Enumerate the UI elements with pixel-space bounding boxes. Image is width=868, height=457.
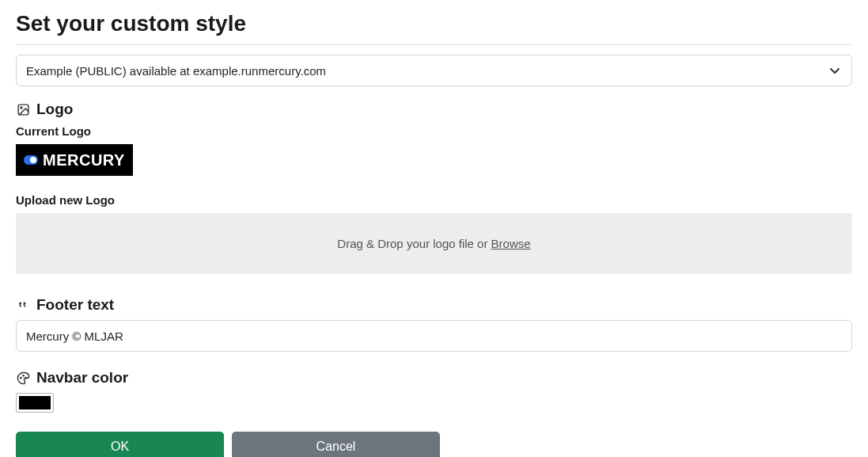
page-title: Set your custom style: [16, 11, 852, 36]
logo-heading: Logo: [36, 101, 73, 118]
quote-icon: [16, 298, 30, 312]
svg-point-1: [20, 106, 21, 108]
footer-heading: Footer text: [36, 296, 114, 314]
site-select[interactable]: Example (PUBLIC) available at example.ru…: [16, 55, 852, 86]
navbar-heading: Navbar color: [36, 369, 128, 387]
current-logo-image: MERCURY: [16, 144, 133, 176]
color-swatch: [19, 396, 51, 409]
logo-mark-icon: [24, 155, 38, 165]
palette-icon: [16, 371, 30, 385]
image-icon: [16, 102, 30, 116]
logo-dropzone[interactable]: Drag & Drop your logo file or Browse: [16, 213, 852, 274]
svg-point-3: [22, 375, 23, 375]
site-select-value: Example (PUBLIC) available at example.ru…: [26, 64, 326, 78]
navbar-color-picker[interactable]: [16, 393, 54, 413]
dropzone-prefix: Drag & Drop your logo file or: [337, 237, 491, 250]
divider: [16, 44, 852, 45]
footer-text-input[interactable]: [16, 320, 852, 352]
button-row: OK Cancel: [16, 432, 852, 457]
upload-logo-label: Upload new Logo: [16, 193, 852, 207]
logo-section-header: Logo: [16, 101, 852, 118]
footer-section-header: Footer text: [16, 296, 852, 314]
logo-brand-text: MERCURY: [43, 151, 125, 169]
svg-point-2: [20, 377, 21, 378]
current-logo-label: Current Logo: [16, 124, 852, 138]
cancel-button[interactable]: Cancel: [232, 432, 440, 457]
navbar-section-header: Navbar color: [16, 369, 852, 387]
browse-link[interactable]: Browse: [491, 237, 531, 250]
svg-point-4: [25, 377, 25, 378]
ok-button[interactable]: OK: [16, 432, 224, 457]
